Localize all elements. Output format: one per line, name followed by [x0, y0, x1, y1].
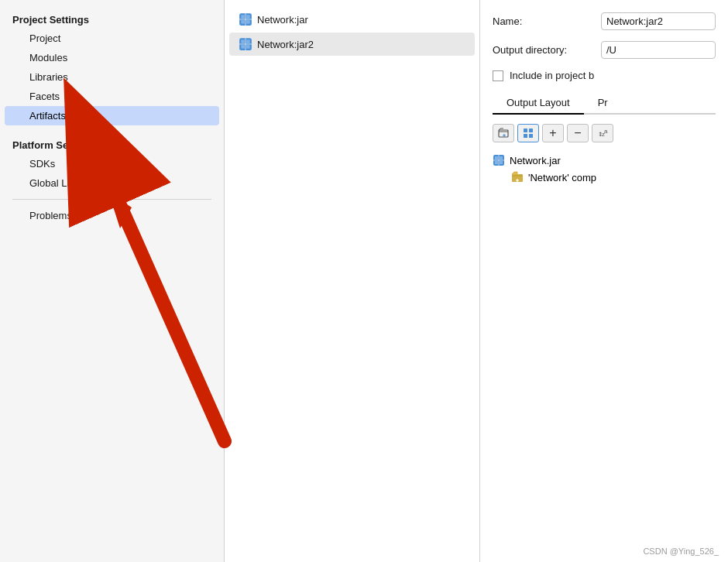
remove-button[interactable]: − [567, 124, 589, 142]
svg-rect-11 [246, 39, 250, 43]
svg-rect-17 [524, 134, 527, 138]
detail-panel: Name: Output directory: Include in proje… [480, 0, 728, 562]
svg-rect-26 [500, 156, 503, 159]
sidebar-item-modules[interactable]: Modules [5, 48, 219, 67]
project-settings-header: Project Settings [0, 8, 224, 29]
sidebar-item-facets[interactable]: Facets [5, 87, 219, 106]
artifact-item-network-jar2[interactable]: Network:jar2 [229, 33, 475, 56]
svg-rect-3 [241, 15, 245, 19]
svg-rect-28 [500, 161, 503, 164]
svg-rect-12 [241, 45, 245, 49]
output-directory-row: Output directory: [493, 41, 716, 59]
svg-rect-15 [524, 129, 527, 132]
include-checkbox-label: Include in project b [510, 70, 594, 81]
sidebar-item-project[interactable]: Project [5, 29, 219, 48]
folder-tree-icon [511, 171, 524, 183]
sidebar-item-problems[interactable]: Problems [5, 206, 219, 225]
jar-icon [239, 12, 252, 26]
sidebar-item-libraries[interactable]: Libraries [5, 67, 219, 87]
tree-item-network-comp-label: 'Network' comp [528, 172, 596, 183]
name-label: Name: [493, 15, 593, 27]
sidebar: Project Settings Project Modules Librari… [0, 0, 225, 562]
name-row: Name: [493, 12, 716, 30]
sort-button[interactable]: ↕ z a [592, 124, 613, 142]
svg-rect-4 [246, 15, 250, 19]
tree-item-network-jar[interactable]: Network.jar [493, 152, 716, 169]
tab-pre[interactable]: Pr [584, 92, 622, 115]
name-input[interactable] [601, 12, 716, 30]
toolbar-row: + − ↕ z a [493, 124, 716, 142]
include-checkbox[interactable] [493, 70, 503, 81]
svg-rect-13 [246, 45, 250, 49]
artifact-name-network-jar: Network:jar [257, 14, 308, 26]
add-button[interactable]: + [542, 124, 564, 142]
tab-output-layout[interactable]: Output Layout [493, 92, 584, 115]
tree-item-network-comp[interactable]: 'Network' comp [493, 169, 716, 186]
output-directory-input[interactable] [601, 41, 716, 59]
svg-rect-10 [241, 39, 245, 43]
svg-rect-6 [246, 20, 250, 24]
jar2-icon [239, 37, 252, 51]
add-folder-button[interactable] [493, 124, 514, 142]
output-directory-label: Output directory: [493, 44, 593, 56]
watermark: CSDN @Ying_526_ [643, 547, 719, 556]
svg-rect-27 [495, 161, 498, 164]
sidebar-item-global-libraries[interactable]: Global Libraries [5, 173, 219, 193]
tabs-row: Output Layout Pr [493, 92, 716, 115]
sidebar-divider [12, 199, 211, 200]
svg-text:a: a [604, 128, 608, 135]
sidebar-item-artifacts[interactable]: Artifacts [5, 106, 219, 125]
tree-item-network-jar-label: Network.jar [510, 155, 561, 166]
svg-rect-5 [241, 20, 245, 24]
artifact-item-network-jar[interactable]: Network:jar [229, 8, 475, 31]
svg-rect-14 [499, 130, 508, 137]
grid-button[interactable] [517, 124, 539, 142]
artifact-name-network-jar2: Network:jar2 [257, 39, 314, 50]
svg-rect-25 [495, 156, 498, 159]
jar-tree-icon [493, 154, 505, 166]
include-checkbox-row: Include in project b [493, 70, 716, 81]
svg-rect-18 [529, 134, 533, 138]
sidebar-item-sdks[interactable]: SDKs [5, 154, 219, 173]
artifact-list-panel: Network:jar Network:jar2 [225, 0, 480, 562]
svg-rect-16 [529, 129, 533, 132]
platform-settings-header: Platform Settings [0, 133, 224, 154]
